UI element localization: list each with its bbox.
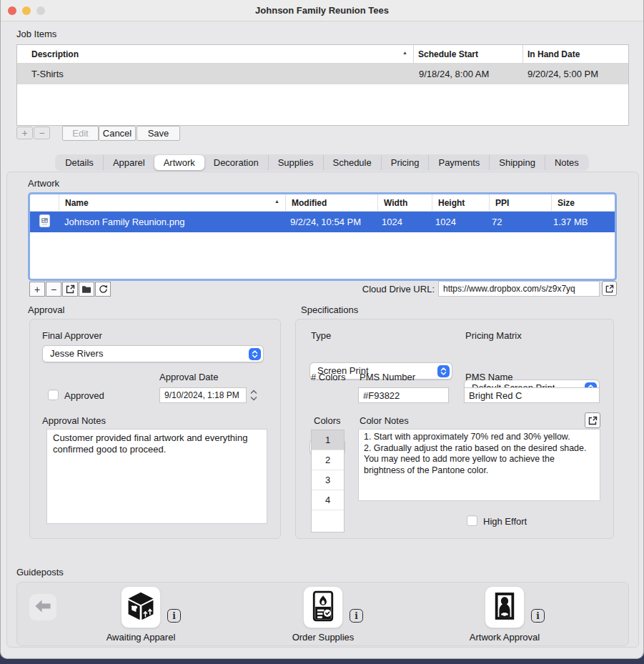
num-colors-label: # Colors (311, 372, 345, 382)
app-window: Johnson Family Reunion Tees Job Items De… (0, 0, 644, 659)
folder-icon[interactable] (79, 282, 94, 297)
approval-notes-textarea[interactable]: Customer provided final artwork and ever… (46, 429, 267, 524)
color-list-item-2[interactable]: 2 (312, 450, 344, 470)
color-list-item-1[interactable]: 1 (312, 430, 344, 450)
dropdown-stepper-icon (249, 348, 261, 360)
guideposts-section-label: Guideposts (16, 567, 64, 578)
color-list-item-3[interactable]: 3 (312, 470, 344, 490)
high-effort-checkbox-label: High Effort (483, 516, 527, 527)
order-supplies-info-icon[interactable]: i (350, 609, 363, 623)
pms-number-label: PMS Number (360, 372, 415, 382)
tab-schedule[interactable]: Schedule (323, 155, 381, 170)
back-arrow-icon (34, 599, 51, 616)
title-bar: Johnson Family Reunion Tees (1, 0, 643, 21)
image-file-icon (39, 214, 50, 229)
pricing-matrix-label: Pricing Matrix (465, 330, 522, 341)
guidepost-label-order-supplies: Order Supplies (262, 632, 384, 643)
artwork-header-height[interactable]: Height (432, 198, 489, 208)
approval-date-input[interactable]: 9/10/2024, 1:18 PM (159, 387, 247, 403)
dropdown-stepper-icon (437, 365, 450, 377)
expand-color-notes-icon[interactable] (585, 412, 600, 428)
artwork-approval-button[interactable] (485, 586, 525, 628)
remove-job-item-button[interactable]: − (34, 127, 50, 139)
awaiting-apparel-info-icon[interactable]: i (167, 609, 181, 623)
job-detail-tabs: Details Apparel Artwork Decoration Suppl… (55, 154, 589, 171)
order-supplies-button[interactable] (303, 586, 343, 628)
approval-section-label: Approval (28, 304, 64, 315)
artwork-width-cell: 1024 (376, 217, 430, 227)
artwork-ppi-cell: 72 (486, 217, 548, 227)
tab-notes[interactable]: Notes (545, 155, 588, 170)
job-items-table[interactable]: Description ▲ Schedule Start In Hand Dat… (16, 44, 629, 126)
pms-name-input[interactable]: Bright Red C (464, 387, 600, 403)
approved-checkbox[interactable] (48, 390, 59, 400)
tab-pricing[interactable]: Pricing (381, 155, 429, 170)
artwork-header-size[interactable]: Size (552, 198, 615, 208)
save-button[interactable]: Save (137, 126, 180, 141)
guidepost-label-awaiting-apparel: Awaiting Apparel (80, 632, 202, 643)
cancel-button[interactable]: Cancel (99, 126, 136, 141)
color-notes-textarea[interactable]: 1. Start with approximately 70% red and … (358, 429, 600, 501)
artwork-header-name[interactable]: Name ▲ (59, 198, 285, 208)
job-items-header-row: Description ▲ Schedule Start In Hand Dat… (17, 45, 628, 64)
artwork-height-cell: 1024 (430, 217, 486, 227)
pms-number-input[interactable]: #F93822 (358, 387, 449, 403)
color-notes-label: Color Notes (360, 415, 409, 426)
artwork-approval-info-icon[interactable]: i (531, 609, 545, 623)
job-items-header-description[interactable]: Description ▲ (17, 49, 413, 59)
job-items-header-in-hand-date[interactable]: In Hand Date (523, 49, 628, 59)
sort-ascending-icon: ▲ (274, 199, 279, 204)
export-artwork-icon[interactable] (62, 282, 78, 297)
pms-name-label: PMS Name (465, 372, 512, 382)
add-artwork-button[interactable]: + (29, 282, 45, 297)
approved-checkbox-label: Approved (64, 390, 104, 401)
specifications-section-label: Specifications (301, 304, 358, 315)
artwork-section-label: Artwork (28, 178, 59, 189)
artwork-header-row: Name ▲ Modified Width Height PPI Size (30, 194, 615, 212)
framed-artwork-icon (492, 590, 517, 625)
refresh-icon[interactable] (95, 282, 111, 297)
tab-decoration[interactable]: Decoration (204, 155, 268, 170)
type-label: Type (311, 330, 331, 341)
cloud-drive-url-input[interactable]: https://www.dropbox.com/s/z9x7yq (438, 281, 600, 297)
tab-apparel[interactable]: Apparel (103, 155, 154, 170)
tab-supplies[interactable]: Supplies (268, 155, 323, 170)
cloud-drive-url-label: Cloud Drive URL: (308, 284, 435, 294)
guidepost-back-button[interactable] (29, 594, 56, 620)
high-effort-checkbox[interactable] (467, 515, 477, 526)
approval-date-label: Approval Date (159, 372, 218, 382)
window-title: Johnson Family Reunion Tees (1, 5, 643, 16)
final-approver-label: Final Approver (42, 330, 102, 341)
job-items-header-schedule-start[interactable]: Schedule Start (414, 49, 522, 59)
approval-date-stepper[interactable] (249, 387, 258, 407)
colors-list-label: Colors (314, 415, 341, 426)
artwork-header-modified[interactable]: Modified (286, 198, 377, 208)
artwork-modified-cell: 9/2/24, 10:54 PM (284, 217, 376, 227)
edit-button[interactable]: Edit (62, 126, 99, 141)
artwork-name-cell: Johnson Family Reunion.png (59, 217, 284, 227)
sort-ascending-icon: ▲ (402, 50, 407, 55)
tab-artwork[interactable]: Artwork (154, 155, 204, 170)
artwork-file-row-selected[interactable]: Johnson Family Reunion.png 9/2/24, 10:54… (30, 212, 615, 232)
artwork-size-cell: 1.37 MB (548, 217, 615, 227)
job-item-schedule-start-cell: 9/18/24, 8:00 AM (415, 69, 523, 79)
tab-payments[interactable]: Payments (428, 155, 489, 170)
job-item-description-cell: T-Shirts (17, 69, 415, 79)
remove-artwork-button[interactable]: − (46, 282, 61, 297)
artwork-header-ppi[interactable]: PPI (490, 198, 551, 208)
open-cloud-drive-url-icon[interactable] (602, 281, 617, 296)
guidepost-label-artwork-approval: Artwork Approval (444, 632, 565, 643)
artwork-files-table[interactable]: Name ▲ Modified Width Height PPI Size (28, 192, 617, 281)
apparel-box-icon (125, 590, 157, 625)
artwork-header-width[interactable]: Width (378, 198, 432, 208)
awaiting-apparel-button[interactable] (121, 586, 161, 628)
final-approver-dropdown[interactable]: Jesse Rivers (42, 345, 264, 362)
artwork-toolbar: + − (29, 282, 112, 297)
tab-details[interactable]: Details (56, 155, 103, 170)
supplies-label-icon (311, 590, 335, 625)
job-item-row[interactable]: T-Shirts 9/18/24, 8:00 AM 9/20/24, 5:00 … (17, 64, 628, 84)
tab-shipping[interactable]: Shipping (489, 155, 545, 170)
add-job-item-button[interactable]: + (16, 127, 33, 139)
job-item-in-hand-date-cell: 9/20/24, 5:00 PM (523, 69, 628, 79)
color-list-item-4[interactable]: 4 (312, 490, 344, 510)
